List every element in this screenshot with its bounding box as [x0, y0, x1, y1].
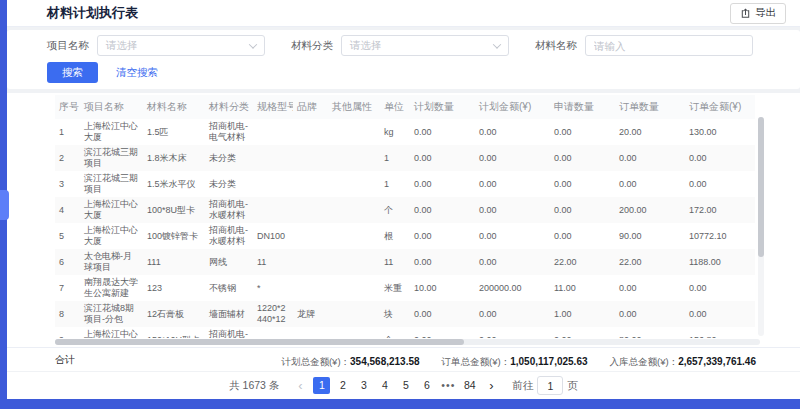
table-header-row: 序号项目名称材料名称材料分类规格型号品牌其他属性单位计划数量计划金额(¥)申请数… [55, 95, 755, 119]
table-cell: 0.00 [475, 197, 550, 223]
page-button-84[interactable]: 84 [461, 377, 478, 394]
column-header: 项目名称 [80, 95, 143, 119]
table-cell [328, 249, 380, 275]
table-cell [328, 145, 380, 171]
more-pages-button[interactable]: ••• [439, 377, 457, 394]
table-cell [293, 249, 328, 275]
table-cell: 个 [380, 197, 410, 223]
table-cell: 10772.10 [685, 223, 755, 249]
table-cell [293, 327, 328, 338]
table-cell: 150*10U型卡 [143, 327, 205, 338]
summary-item: 计划总金额(¥)：354,568,213.58 [281, 351, 419, 369]
table-cell: 上海松江中心大厦 [80, 197, 143, 223]
page-button-5[interactable]: 5 [397, 377, 414, 394]
pagination: 共 1673 条 ‹ 123456•••84 › 前往 页 [7, 371, 800, 399]
chevron-down-icon [493, 40, 501, 48]
material-name-label: 材料名称 [535, 39, 577, 53]
prev-page-button[interactable]: ‹ [292, 378, 308, 394]
table-cell: 6 [55, 249, 80, 275]
table-cell: 20.00 [615, 119, 685, 145]
table-cell: 8 [55, 301, 80, 327]
table-cell: 123 [143, 275, 205, 301]
table-cell: 0.00 [685, 145, 755, 171]
table-cell [293, 223, 328, 249]
table-cell: 0.00 [550, 197, 615, 223]
table-cell: 0.00 [475, 327, 550, 338]
table-cell: 1.8米木床 [143, 145, 205, 171]
page-button-6[interactable]: 6 [418, 377, 435, 394]
table-cell: 7 [55, 275, 80, 301]
table-cell: 5 [55, 223, 80, 249]
table-cell: 不锈钢 [205, 275, 253, 301]
filter-group-project: 项目名称 请选择 [47, 35, 265, 56]
table-cell: 100*8U型卡 [143, 197, 205, 223]
column-header: 品牌 [293, 95, 328, 119]
clear-search-button[interactable]: 清空搜索 [110, 66, 164, 80]
table-cell: 0.00 [410, 327, 475, 338]
material-name-input[interactable] [585, 35, 753, 56]
material-category-select[interactable]: 请选择 [341, 35, 509, 56]
next-page-button[interactable]: › [483, 378, 499, 394]
table-cell [328, 171, 380, 197]
table-cell [253, 119, 293, 145]
table-cell: 0.00 [685, 171, 755, 197]
table-cell: kg [380, 119, 410, 145]
table-cell: 个 [380, 327, 410, 338]
table-cell: 招商机电-电气材料 [205, 119, 253, 145]
project-name-select[interactable]: 请选择 [97, 35, 265, 56]
summary-label: 合计 [55, 353, 75, 367]
table-cell: 0.00 [475, 171, 550, 197]
vertical-scrollbar-thumb[interactable] [758, 117, 764, 257]
table-cell: 90.00 [615, 223, 685, 249]
table-row: 9上海松江中心大厦150*10U型卡招商机电-水暖材料个0.000.000.00… [55, 327, 755, 338]
search-button[interactable]: 搜索 [47, 62, 98, 83]
table-cell: 0.00 [550, 119, 615, 145]
table-cell: 0.00 [615, 145, 685, 171]
table-cell: 0.00 [475, 301, 550, 327]
table-cell: 156.80 [685, 327, 755, 338]
table-cell [293, 275, 328, 301]
page-button-4[interactable]: 4 [376, 377, 393, 394]
top-bar: 材料计划执行表 导出 [7, 0, 800, 27]
table-cell: 上海松江中心大厦 [80, 119, 143, 145]
table-cell: 招商机电-水暖材料 [205, 197, 253, 223]
horizontal-scrollbar-thumb[interactable] [55, 339, 464, 345]
filter-group-category: 材料分类 请选择 [291, 35, 509, 56]
column-header: 申请数量 [550, 95, 615, 119]
table-cell: 滨江花城三期项目 [80, 145, 143, 171]
page-button-2[interactable]: 2 [334, 377, 351, 394]
table-cell [328, 223, 380, 249]
table-cell: 0.00 [550, 145, 615, 171]
table-cell: 上海松江中心大厦 [80, 223, 143, 249]
chevron-down-icon [249, 40, 257, 48]
table-cell: 块 [380, 301, 410, 327]
table-row: 2滨江花城三期项目1.8米木床未分类10.000.000.000.000.00 [55, 145, 755, 171]
column-header: 计划金额(¥) [475, 95, 550, 119]
table-cell: 南翔晟达大学生公寓新建 [80, 275, 143, 301]
vertical-scrollbar[interactable] [758, 117, 764, 336]
page-button-3[interactable]: 3 [355, 377, 372, 394]
table-cell: 0.00 [410, 119, 475, 145]
page-title: 材料计划执行表 [47, 4, 730, 22]
page-button-1[interactable]: 1 [313, 377, 330, 394]
horizontal-scrollbar[interactable] [55, 339, 760, 345]
table-cell: 1.00 [550, 301, 615, 327]
table-row: 3滨江花城三期项目1.5米水平仪未分类10.000.000.000.000.00 [55, 171, 755, 197]
table-cell [328, 275, 380, 301]
table-cell: 网线 [205, 249, 253, 275]
table-cell: 12石膏板 [143, 301, 205, 327]
table-cell: 未分类 [205, 145, 253, 171]
filter-group-material: 材料名称 [535, 35, 753, 56]
table-cell [328, 327, 380, 338]
table-cell: 11.00 [550, 275, 615, 301]
export-button[interactable]: 导出 [730, 3, 786, 24]
table-cell: DN100 [253, 223, 293, 249]
table-cell: 80.00 [615, 327, 685, 338]
drawer-handle[interactable] [0, 190, 9, 220]
table-cell: 1 [380, 171, 410, 197]
table-cell: 200.00 [615, 197, 685, 223]
goto-page-input[interactable] [537, 376, 563, 395]
table-cell: 1.5匹 [143, 119, 205, 145]
table-row: 1上海松江中心大厦1.5匹招商机电-电气材料kg0.000.000.0020.0… [55, 119, 755, 145]
goto-suffix: 页 [567, 379, 578, 393]
